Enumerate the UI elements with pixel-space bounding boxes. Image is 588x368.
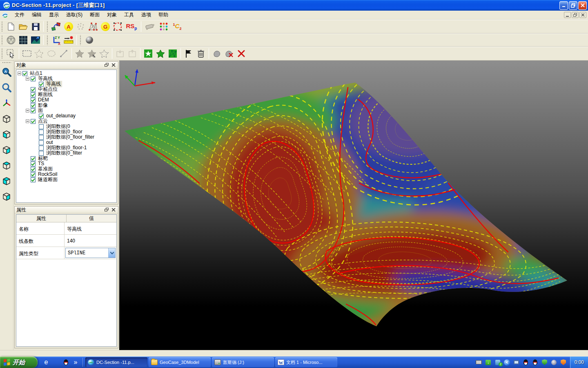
green-mesh-icon[interactable] — [167, 48, 178, 59]
registration-icon[interactable] — [51, 21, 62, 32]
task-button[interactable]: 富斯德 (J:) — [212, 357, 274, 367]
tree-item[interactable]: 基准面 — [16, 166, 116, 172]
tray-icon[interactable] — [532, 359, 539, 366]
star-select-add-icon[interactable] — [74, 48, 85, 59]
close-button[interactable] — [578, 1, 587, 10]
grid-icon[interactable] — [18, 35, 29, 45]
tree-item[interactable]: TS — [16, 161, 116, 166]
toolbar-grip[interactable] — [1, 48, 4, 59]
tray-icon[interactable] — [513, 359, 520, 366]
float-panel-icon[interactable] — [104, 63, 109, 68]
green-region-icon[interactable] — [143, 48, 154, 59]
tree-checkbox[interactable] — [31, 98, 36, 103]
new-file-button[interactable] — [5, 21, 17, 32]
tray-icon[interactable] — [551, 359, 557, 366]
cube-view-left-icon[interactable] — [1, 129, 12, 139]
tree-item[interactable]: 中桩点位 — [16, 87, 116, 92]
toolbar-grip[interactable] — [1, 21, 4, 32]
mesh-icon[interactable] — [87, 21, 99, 32]
toolbar-grip[interactable] — [1, 35, 4, 45]
tree-checkbox[interactable] — [31, 92, 36, 97]
circle-select-icon[interactable] — [112, 21, 123, 32]
save-button[interactable] — [30, 21, 41, 32]
tree-checkbox[interactable] — [31, 87, 36, 92]
quick-launch-icon[interactable]: e — [42, 359, 50, 366]
tray-clock[interactable]: 0:00 — [575, 359, 584, 365]
tree-checkbox[interactable] — [31, 172, 36, 177]
orientation-icon[interactable] — [1, 98, 12, 108]
close-panel-icon[interactable] — [111, 207, 116, 213]
tree-item[interactable]: 隧道断面 — [16, 177, 116, 182]
menu-item[interactable]: 断面 — [86, 11, 103, 19]
tree-item[interactable]: 浏阳数据(0_floor_filter — [16, 135, 116, 140]
cloud-icon[interactable] — [211, 48, 223, 59]
tray-icon[interactable]: 2 — [494, 359, 501, 366]
c2-icon[interactable]: 1C2 — [170, 21, 184, 32]
delete-all-icon[interactable] — [236, 48, 247, 59]
polyhedron-icon[interactable] — [5, 35, 17, 45]
chevron-down-icon[interactable] — [108, 248, 115, 258]
tray-icon[interactable] — [476, 359, 482, 366]
close-panel-icon[interactable] — [111, 63, 116, 68]
expand-toggle-icon[interactable] — [26, 119, 29, 123]
cloud-delete-icon[interactable] — [223, 48, 235, 59]
delete-icon[interactable] — [195, 48, 207, 59]
tree-checkbox[interactable] — [39, 82, 44, 87]
cube-view-front-icon[interactable] — [1, 113, 12, 124]
task-button[interactable]: DC-Section -11.p... — [85, 357, 147, 367]
menu-item[interactable]: 编辑 — [28, 11, 45, 19]
tree-checkbox[interactable] — [39, 135, 44, 140]
tree-item[interactable]: 影像 — [16, 103, 116, 108]
select-cursor-icon[interactable] — [5, 48, 17, 59]
property-value[interactable]: 140 — [65, 235, 116, 247]
tree-checkbox[interactable] — [31, 108, 36, 113]
menu-item[interactable]: 选取(S) — [62, 11, 86, 19]
image-export-icon[interactable] — [30, 35, 41, 45]
tree-checkbox[interactable] — [31, 119, 36, 124]
tree-checkbox[interactable] — [39, 151, 44, 156]
quick-launch-icon[interactable] — [62, 359, 69, 366]
toolbar-grip[interactable] — [2, 62, 11, 64]
menu-item[interactable]: 工具 — [120, 11, 138, 19]
tree-checkbox[interactable] — [39, 124, 44, 129]
tree-item[interactable]: 等高线 — [16, 81, 116, 87]
green-star-icon[interactable] — [155, 48, 166, 59]
rect-select-icon[interactable] — [21, 48, 33, 59]
tree-item[interactable]: 断面线 — [16, 92, 116, 97]
tree-checkbox[interactable] — [31, 162, 36, 166]
start-button[interactable]: 开始 — [0, 357, 38, 368]
tree-checkbox[interactable] — [39, 146, 44, 150]
tree-checkbox[interactable] — [22, 71, 27, 76]
menu-item[interactable]: 文件 — [11, 11, 28, 19]
tree-item[interactable]: 标靶 — [16, 156, 116, 161]
tree-item[interactable]: 浏阳数据(0_filter — [16, 150, 116, 156]
restore-button[interactable] — [569, 1, 577, 10]
cube-view-top-icon[interactable] — [1, 160, 12, 171]
task-button[interactable]: GeoCase_3DModel — [149, 357, 211, 367]
tree-checkbox[interactable] — [31, 167, 36, 172]
tree-checkbox[interactable] — [31, 156, 36, 161]
geometry-icon[interactable]: G — [100, 21, 111, 32]
annotation-icon[interactable]: A — [63, 21, 74, 32]
tray-icon[interactable]: < — [504, 359, 510, 366]
attribute-type-combobox[interactable]: SPlINE — [65, 248, 116, 258]
cube-view-bottom-icon[interactable] — [1, 191, 12, 202]
property-value[interactable]: 等高线 — [65, 222, 116, 234]
mdi-close-button[interactable] — [579, 12, 586, 18]
cube-view-right-icon[interactable] — [1, 144, 12, 155]
color-points-icon[interactable] — [158, 21, 169, 32]
tree-item[interactable]: DEM — [16, 97, 116, 103]
menu-item[interactable]: 选项 — [138, 11, 155, 19]
tray-icon[interactable] — [541, 359, 548, 366]
menu-item[interactable]: 帮助 — [155, 11, 172, 19]
cube-view-back-icon[interactable] — [1, 175, 12, 186]
zoom-icon[interactable] — [1, 82, 12, 93]
quick-launch-icon[interactable]: » — [72, 359, 79, 366]
zoom-all-icon[interactable]: A — [1, 67, 12, 77]
expand-toggle-icon[interactable] — [18, 72, 21, 75]
tree-checkbox[interactable] — [31, 76, 36, 81]
star-select-int-icon[interactable] — [98, 48, 110, 59]
tray-icon[interactable]: ↓ — [485, 359, 492, 366]
minimize-button[interactable] — [559, 1, 568, 10]
tree-item[interactable]: 等高线 — [16, 76, 116, 81]
